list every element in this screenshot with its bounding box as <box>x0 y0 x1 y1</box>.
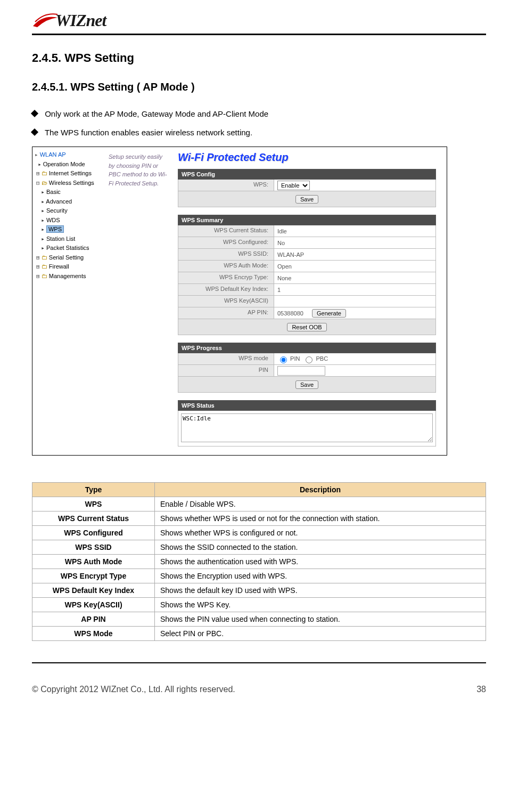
summary-value: None <box>274 272 435 283</box>
tree-item-selected[interactable]: WPS <box>46 225 64 233</box>
summary-value: Idle <box>274 225 435 237</box>
summary-row: WPS Configured:No <box>178 237 436 249</box>
wps-content: Wi-Fi Protected Setup WPS Config WPS: En… <box>174 147 447 455</box>
summary-value: 05388080Generate <box>274 307 435 319</box>
summary-value: 1 <box>274 284 435 295</box>
type-cell: WPS Configured <box>32 526 155 540</box>
wps-status-header: WPS Status <box>178 400 436 411</box>
tree-item[interactable]: Station List <box>46 236 75 242</box>
pin-input[interactable] <box>277 366 325 376</box>
summary-row: WPS Encryp Type:None <box>178 272 436 284</box>
summary-row: WPS SSID:WLAN-AP <box>178 249 436 261</box>
bullet-item: Only work at the AP Mode, Gateway Mode a… <box>32 109 486 118</box>
tree-root[interactable]: WLAN AP <box>40 151 66 158</box>
desc-cell: Select PIN or PBC. <box>155 627 486 641</box>
desc-cell: Shows whether WPS is used or not for the… <box>155 511 486 526</box>
type-cell: WPS Mode <box>32 627 155 641</box>
wps-status-textarea[interactable] <box>181 413 433 442</box>
summary-label: AP PIN: <box>178 307 274 319</box>
pbc-radio-label[interactable]: PBC <box>303 355 328 363</box>
logo: WIZnet <box>32 11 486 30</box>
tree-item[interactable]: Operation Mode <box>43 161 85 167</box>
logo-text: WIZnet <box>55 11 106 30</box>
folder-icon: 🗀 <box>42 263 47 270</box>
desc-cell: Shows the SSID connected to the station. <box>155 540 486 555</box>
table-row: WPS Default Key IndexShows the default k… <box>32 583 486 598</box>
section-heading: 2.4.5. WPS Setting <box>32 51 486 65</box>
desc-cell: Shows the default key ID used with WPS. <box>155 583 486 598</box>
nav-tree[interactable]: ▸ WLAN AP ▸ Operation Mode ⊞ 🗀 Internet … <box>32 147 104 455</box>
copyright: © Copyright 2012 WIZnet Co., Ltd. All ri… <box>32 685 235 694</box>
tree-item[interactable]: Basic <box>46 189 61 195</box>
reset-oob-button[interactable]: Reset OOB <box>287 323 326 331</box>
type-cell: WPS Current Status <box>32 511 155 526</box>
save-button[interactable]: Save <box>295 195 318 204</box>
summary-row: WPS Auth Mode:Open <box>178 261 436 272</box>
wps-progress-header: WPS Progress <box>178 343 436 353</box>
summary-label: WPS Auth Mode: <box>178 261 274 272</box>
summary-row: WPS Default Key Index:1 <box>178 284 436 296</box>
generate-button[interactable]: Generate <box>312 309 346 318</box>
diamond-icon <box>31 128 38 136</box>
table-row: WPS Auth ModeShows the authentication us… <box>32 555 486 569</box>
summary-label: WPS SSID: <box>178 249 274 260</box>
table-row: WPSEnable / Disable WPS. <box>32 497 486 511</box>
summary-label: WPS Configured: <box>178 237 274 248</box>
folder-icon: 🗀 <box>42 273 47 280</box>
tree-item[interactable]: Security <box>46 207 68 214</box>
diamond-icon <box>31 110 38 117</box>
pbc-radio[interactable] <box>306 356 313 363</box>
table-row: WPS Encrypt TypeShows the Encryption use… <box>32 569 486 583</box>
desc-cell: Shows the WPS Key. <box>155 598 486 612</box>
bullet-text: Only work at the AP Mode, Gateway Mode a… <box>45 109 268 118</box>
tree-item[interactable]: Firewall <box>49 263 69 270</box>
bullet-text: The WPS function enables easier wireless… <box>45 128 252 137</box>
tree-item[interactable]: Advanced <box>46 198 72 205</box>
pin-radio-label[interactable]: PIN <box>277 355 300 363</box>
logo-swoosh-icon <box>32 11 59 30</box>
tree-item[interactable]: Internet Settings <box>49 170 92 176</box>
progress-save-button[interactable]: Save <box>295 380 318 389</box>
page-number: 38 <box>476 685 486 694</box>
pin-label: PIN <box>178 365 274 376</box>
summary-row: AP PIN:05388080Generate <box>178 307 436 319</box>
screenshot-panel: ▸ WLAN AP ▸ Operation Mode ⊞ 🗀 Internet … <box>32 147 447 456</box>
wps-summary-header: WPS Summary <box>178 215 436 225</box>
table-row: WPS Current StatusShows whether WPS is u… <box>32 511 486 526</box>
table-row: WPS Key(ASCII)Shows the WPS Key. <box>32 598 486 612</box>
summary-row: WPS Current Status:Idle <box>178 225 436 237</box>
tree-item[interactable]: Packet Statistics <box>46 245 89 251</box>
help-blurb: Setup security easily by choosing PIN or… <box>104 147 174 455</box>
desc-cell: Enable / Disable WPS. <box>155 497 486 511</box>
table-row: WPS ModeSelect PIN or PBC. <box>32 627 486 641</box>
wps-select[interactable]: Enable <box>277 181 310 190</box>
table-row: AP PINShows the PIN value used when conn… <box>32 612 486 627</box>
type-cell: WPS SSID <box>32 540 155 555</box>
tree-item[interactable]: WDS <box>46 217 60 223</box>
type-cell: WPS Auth Mode <box>32 555 155 569</box>
tree-item[interactable]: Managements <box>49 273 86 279</box>
type-cell: WPS Encrypt Type <box>32 569 155 583</box>
summary-value <box>274 296 435 307</box>
tree-item[interactable]: Serial Setting <box>49 254 84 261</box>
wps-label: WPS: <box>178 180 274 191</box>
summary-label: WPS Encryp Type: <box>178 272 274 283</box>
desc-cell: Shows the authentication used with WPS. <box>155 555 486 569</box>
col-desc: Description <box>155 483 486 497</box>
subsection-heading: 2.4.5.1. WPS Setting ( AP Mode ) <box>32 81 486 93</box>
summary-label: WPS Default Key Index: <box>178 284 274 295</box>
header-divider <box>32 34 486 35</box>
tree-item[interactable]: Wireless Settings <box>49 180 94 186</box>
type-cell: WPS Default Key Index <box>32 583 155 598</box>
summary-value: Open <box>274 261 435 272</box>
desc-cell: Shows the PIN value used when connecting… <box>155 612 486 627</box>
summary-row: WPS Key(ASCII) <box>178 296 436 307</box>
type-cell: WPS Key(ASCII) <box>32 598 155 612</box>
pin-radio[interactable] <box>280 356 287 363</box>
panel-title: Wi-Fi Protected Setup <box>178 151 436 164</box>
type-cell: WPS <box>32 497 155 511</box>
summary-label: WPS Current Status: <box>178 225 274 237</box>
summary-value: WLAN-AP <box>274 249 435 260</box>
footer-divider <box>32 662 486 663</box>
folder-icon: 🗁 <box>42 180 47 186</box>
